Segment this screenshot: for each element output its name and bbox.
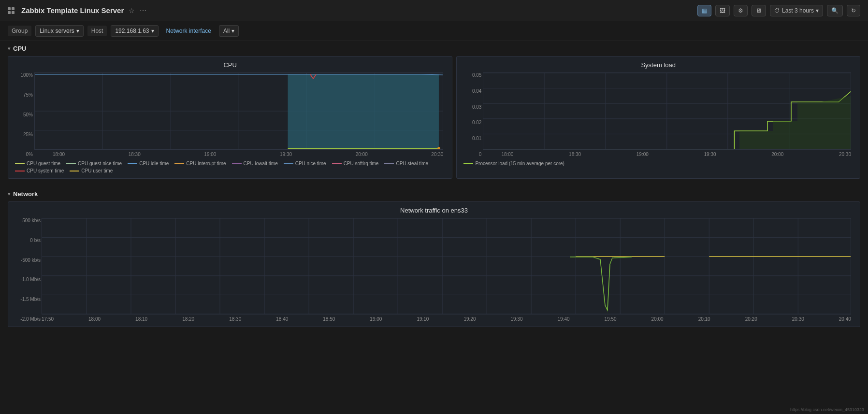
legend-softirq: CPU softirq time (332, 161, 379, 166)
x-label: 20:30 (839, 152, 851, 157)
clock-icon: ⏱ (774, 7, 780, 14)
x-label: 19:00 (370, 316, 382, 322)
legend-color (463, 163, 473, 164)
y-label-25: 25% (16, 132, 33, 137)
legend-processor-load: Processor load (15 min average per core) (463, 161, 564, 166)
time-range-button[interactable]: ⏱ Last 3 hours ▾ (770, 5, 823, 16)
legend-color (15, 171, 25, 171)
grid-app-icon[interactable] (8, 7, 14, 14)
legend-label: CPU guest nice time (78, 161, 122, 166)
x-label: 19:30 (704, 152, 716, 157)
legend-color (232, 163, 242, 164)
legend-color (332, 163, 342, 164)
header-left: Zabbix Template Linux Server ☆ ⋯ (8, 6, 146, 14)
legend-iowait: CPU iowait time (232, 161, 278, 166)
x-label: 20:00 (356, 152, 368, 157)
star-icon[interactable]: ☆ (129, 7, 135, 14)
network-chart-area[interactable] (42, 218, 851, 314)
x-label: 18:00 (53, 152, 65, 157)
gear-button[interactable]: ⚙ (734, 5, 748, 16)
group-select[interactable]: Linux servers ▾ (35, 25, 83, 37)
legend-label: CPU iowait time (244, 161, 278, 166)
x-label: 17:50 (42, 316, 54, 322)
y-label-0: 0% (16, 152, 33, 157)
y-label: -500 kb/s (16, 257, 41, 263)
x-label: 19:00 (204, 152, 216, 157)
y-label: -2.0 Mb/s (16, 316, 41, 322)
legend-label: CPU system time (27, 168, 64, 173)
network-chart-title: Network traffic on ens33 (15, 207, 853, 214)
y-label: 0.02 (464, 120, 481, 125)
system-load-wrapper: 0.05 0.04 0.03 0.02 0.01 0 (483, 72, 851, 157)
legend-system: CPU system time (15, 168, 64, 173)
cpu-section-header[interactable]: ▾ CPU (0, 41, 868, 56)
network-chart-svg (42, 218, 851, 314)
svg-rect-10 (288, 74, 439, 148)
legend-guest-nice: CPU guest nice time (66, 161, 122, 166)
x-label: 18:00 (88, 316, 101, 322)
network-section-label: Network (13, 190, 38, 198)
system-load-chart-area[interactable] (483, 72, 851, 150)
y-label-50: 50% (16, 112, 33, 117)
chevron-down-icon: ▾ (816, 7, 819, 14)
share-icon[interactable]: ⋯ (140, 7, 146, 14)
legend-interrupt: CPU interrupt time (174, 161, 226, 166)
cpu-chart-area[interactable] (34, 72, 443, 150)
network-y-labels: 500 kb/s 0 b/s -500 kb/s -1.0 Mb/s -1.5 … (16, 218, 41, 322)
host-label: Host (87, 26, 107, 36)
all-select[interactable]: All ▾ (219, 25, 239, 37)
y-label: -1.5 Mb/s (16, 297, 41, 302)
legend-steal: CPU steal time (384, 161, 428, 166)
cpu-charts-row: CPU 100% 75% 50% 25% 0% (0, 56, 868, 186)
x-label: 19:20 (463, 316, 476, 322)
system-load-chart-container: System load 0.05 0.04 0.03 0.02 0.01 0 (456, 56, 860, 179)
host-value: 192.168.1.63 (115, 28, 149, 34)
all-value: All (223, 28, 230, 34)
network-section-header[interactable]: ▾ Network (0, 186, 868, 201)
header-right: ▦ 🖼 ⚙ 🖥 ⏱ Last 3 hours ▾ 🔍 ↻ (697, 5, 860, 16)
legend-label: CPU idle time (139, 161, 169, 166)
y-label: 500 kb/s (16, 218, 41, 223)
host-select[interactable]: 192.168.1.63 ▾ (111, 25, 158, 37)
x-label: 20:40 (839, 316, 851, 322)
x-label: 18:20 (182, 316, 194, 322)
cpu-y-labels: 100% 75% 50% 25% 0% (16, 72, 33, 157)
zoom-out-button[interactable]: 🔍 (827, 5, 843, 16)
monitor-icon: 🖥 (756, 7, 762, 14)
system-load-x-labels: 18:00 18:30 19:00 19:30 20:00 20:30 (483, 152, 851, 157)
network-section: Network traffic on ens33 500 kb/s 0 b/s … (0, 201, 868, 335)
zoom-out-icon: 🔍 (831, 7, 839, 14)
bar-chart-button[interactable]: ▦ (697, 5, 711, 16)
legend-color (384, 163, 394, 164)
legend-color (70, 171, 79, 171)
chevron-icon: ▾ (8, 191, 10, 197)
y-label: 0.04 (464, 88, 481, 94)
y-label: 0 b/s (16, 238, 41, 243)
y-label: 0 (464, 152, 481, 157)
x-label: 19:40 (558, 316, 570, 322)
x-label: 18:30 (129, 152, 141, 157)
system-load-legend: Processor load (15 min average per core) (463, 161, 853, 166)
toolbar: Group Linux servers ▾ Host 192.168.1.63 … (0, 21, 868, 41)
x-label: 20:10 (698, 316, 710, 322)
chevron-down-icon: ▾ (231, 28, 234, 34)
legend-label: CPU user time (81, 168, 113, 173)
y-label-100: 100% (16, 72, 33, 78)
legend-label: CPU nice time (295, 161, 326, 166)
y-label: 0.03 (464, 104, 481, 110)
x-label: 19:10 (417, 316, 429, 322)
legend-label: CPU interrupt time (186, 161, 226, 166)
legend-label: CPU guest time (27, 161, 60, 166)
x-label: 20:30 (431, 152, 443, 157)
legend-label: CPU softirq time (344, 161, 379, 166)
time-range-label: Last 3 hours (782, 7, 814, 14)
cpu-chart-wrapper: 100% 75% 50% 25% 0% (34, 72, 443, 157)
x-label: 19:30 (280, 152, 292, 157)
legend-label: CPU steal time (396, 161, 428, 166)
cpu-chart-container: CPU 100% 75% 50% 25% 0% (8, 56, 452, 179)
x-label: 20:00 (771, 152, 783, 157)
monitor-button[interactable]: 🖥 (752, 5, 766, 16)
network-interface-button[interactable]: Network interface (162, 26, 215, 36)
image-button[interactable]: 🖼 (715, 5, 730, 16)
refresh-button[interactable]: ↻ (847, 5, 860, 16)
